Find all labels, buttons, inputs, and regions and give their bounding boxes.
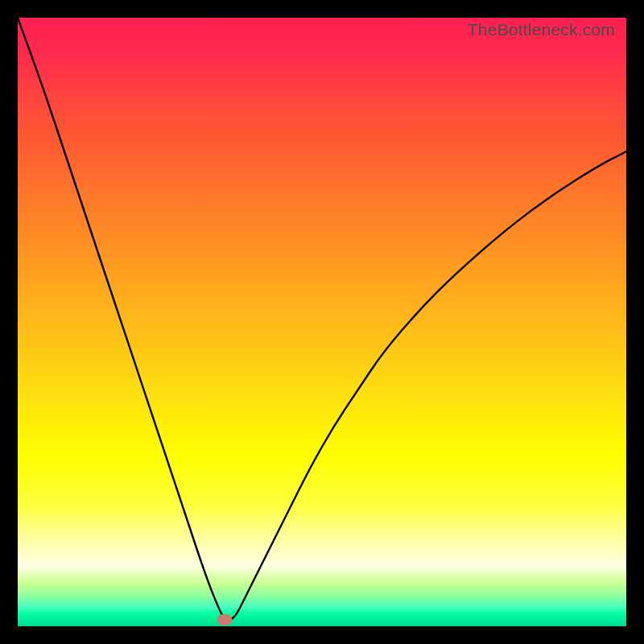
chart-plot-area: TheBottleneck.com — [18, 18, 626, 626]
bottleneck-curve — [18, 18, 626, 626]
chart-frame: TheBottleneck.com — [0, 0, 644, 644]
minimum-marker — [217, 614, 232, 625]
